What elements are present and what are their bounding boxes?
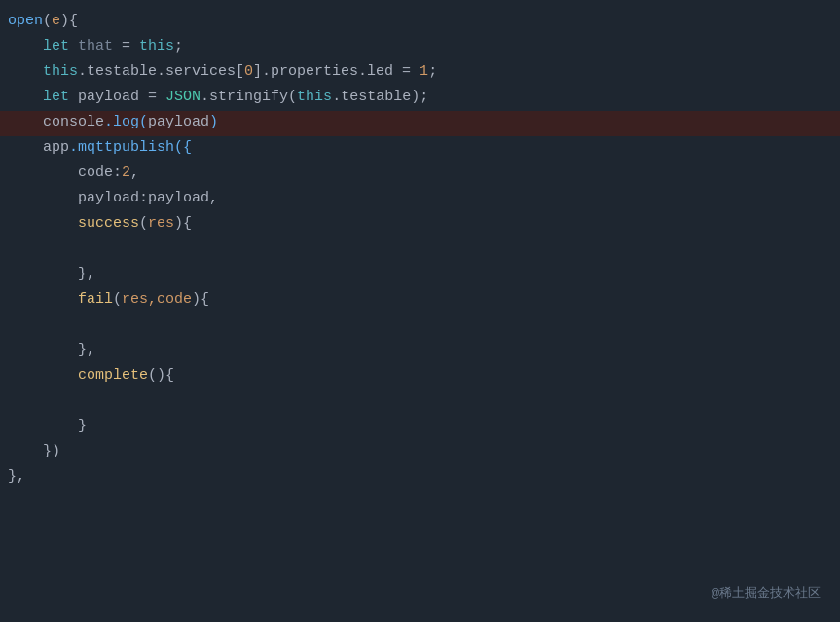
code-line: let that = this; [0, 35, 840, 60]
code-line: open(e){ [0, 10, 840, 35]
code-line: }, [0, 465, 840, 491]
code-line: code:2, [0, 162, 840, 187]
code-line: }, [0, 263, 840, 288]
watermark: @稀土掘金技术社区 [712, 584, 821, 604]
code-line: this.testable.services[0].properties.led… [0, 60, 840, 86]
code-line: app.mqttpublish({ [0, 136, 840, 162]
code-line [0, 389, 840, 415]
code-line: success(res){ [0, 212, 840, 238]
code-line: }) [0, 440, 840, 465]
code-editor: open(e){ let that = this; this.testable.… [0, 0, 840, 622]
code-line [0, 238, 840, 263]
code-line: } [0, 415, 840, 440]
code-line: }, [0, 339, 840, 364]
code-line: console.log(payload) [0, 111, 840, 136]
code-line [0, 313, 840, 339]
code-line: complete(){ [0, 364, 840, 389]
code-line: fail(res,code){ [0, 288, 840, 313]
code-line: let payload = JSON.stringify(this.testab… [0, 86, 840, 111]
code-line: payload:payload, [0, 187, 840, 212]
